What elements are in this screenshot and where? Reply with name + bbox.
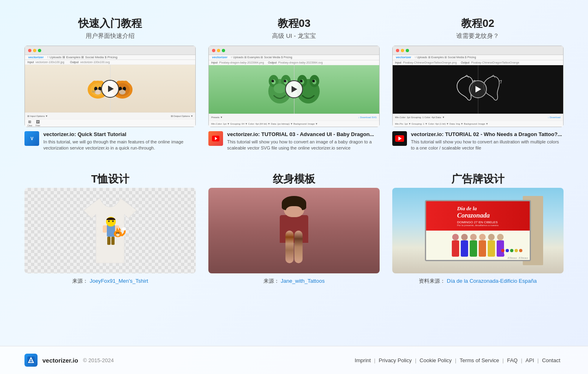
vect-nav-3: ↑ Uploads ⊞ Examples ⊞ Social Media $ Pr…: [414, 56, 476, 59]
figure-2: [461, 234, 468, 257]
footer-brand-area: vectorizer.io © 2015-2024: [24, 354, 114, 367]
woman-arms: [285, 231, 303, 263]
tutorial-2-thumbnail[interactable]: vectorizer ↑ Uploads ⊞ Examples ⊞ Social…: [208, 46, 380, 127]
example-1-title: T恤设计: [91, 172, 129, 186]
billboard-brands: JCDecaux · JCDecaux: [507, 257, 528, 259]
tutorial-1-video-desc: In this tutorial, we will go through the…: [43, 139, 196, 152]
tool-icon: ⊞: [28, 120, 31, 124]
dot-yellow-2: [217, 49, 220, 52]
fig-body-1: [452, 240, 459, 257]
tutorial-1-thumbnail[interactable]: vectorizer ↑ Uploads ⊞ Examples ⊞ Social…: [24, 46, 196, 127]
channel-icon-2: [208, 131, 223, 146]
footer-logo: [24, 354, 38, 367]
vect-header-3: vectorizer ↑ Uploads ⊞ Examples ⊞ Social…: [393, 55, 563, 60]
vect-controls-1: ⊞ Input Options ▼ ⊞ Output Options ▼: [25, 112, 195, 119]
vect-io-bar: Input vectorizer-100x100.jpg Output vect…: [25, 60, 195, 65]
tutorial-3-thumb-wrapper: vectorizer ↑ Uploads ⊞ Examples ⊞ Social…: [392, 46, 564, 152]
vect-ui-2: vectorizer ↑ Uploads ⊞ Examples ⊞ Social…: [209, 55, 379, 127]
footer-link-api[interactable]: API: [522, 357, 537, 363]
browser-inner-3: vectorizer ↑ Uploads ⊞ Examples ⊞ Social…: [393, 55, 563, 127]
example-1-source-link[interactable]: JoeyFox91_Men's_Tshirt: [90, 278, 148, 284]
tutorial-2-video-desc: This tutorial will show you how to conve…: [227, 139, 380, 152]
tutorial-1-title: 快速入门教程: [78, 16, 142, 31]
vect-controls-2: Presets ▼ ↓ Download SVG: [209, 114, 379, 121]
output-label: Output: [70, 61, 79, 64]
output-filename: vectorizer-100x100.svg: [80, 61, 110, 64]
browser-bar-2: [209, 46, 379, 55]
tool-icon-2: 🖼: [36, 120, 40, 124]
footer: vectorizer.io © 2015-2024 Imprint | Priv…: [0, 346, 588, 374]
dot-red-2: [212, 49, 215, 52]
example-3-source-label: 资料来源：: [419, 278, 445, 284]
svg-point-24: [284, 80, 286, 82]
dot-yellow-3: [401, 49, 404, 52]
tutorials-grid: 快速入门教程 用户界面快速介绍 vectorizer: [24, 16, 564, 152]
woman-container: [208, 188, 380, 273]
tutorial-2-meta: vectorizer.io: TUTORIAL 03 - Advanced UI…: [227, 131, 380, 152]
footer-link-faq[interactable]: FAQ: [504, 357, 521, 363]
output-filename-3: Pixabay-ChineseDragonTattooOrange: [471, 61, 519, 64]
dragon-canvas: [209, 65, 379, 114]
fig-head-6: [497, 234, 504, 240]
input-label: Input: [27, 61, 34, 64]
footer-links: Imprint | Privacy Policy | Cookie Policy…: [351, 357, 564, 363]
example-2-source-link[interactable]: Jane_with_Tattoos: [281, 278, 325, 284]
billboard-line3: DOMINGO 27 EN CIBELES: [457, 220, 498, 224]
vect-header-2: vectorizer ↑ Uploads ⊞ Examples ⊞ Social…: [209, 55, 379, 60]
example-1-source-label: 来源：: [72, 278, 88, 284]
status-3: Min.Pix: 1pt ▼ Grouping: 1 ▼ Color: 4pt …: [395, 123, 488, 125]
input-filename: vectorizer-100x100.jpg: [35, 61, 64, 64]
status-2: Min.Color: 1pt ▼ Grouping: 64 ▼ Color: 4…: [211, 123, 318, 125]
play-button-1[interactable]: [101, 80, 119, 98]
tool-item: ⊞ Clear: [27, 120, 32, 127]
fig-head-4: [479, 234, 486, 240]
play-button-3[interactable]: [469, 80, 487, 98]
billboard-line2: Corazonada: [457, 212, 498, 219]
footer-link-cookie[interactable]: Cookie Policy: [416, 357, 455, 363]
figure-5: [488, 234, 495, 257]
output-label-2: Output: [268, 61, 276, 64]
tutorial-card-3: 教程02 谁需要龙纹身？ vectorizer: [392, 16, 564, 152]
footer-link-tos[interactable]: Terms of Service: [456, 357, 502, 363]
svg-point-17: [119, 90, 126, 95]
confetti: [501, 249, 526, 257]
tutorial-3-thumbnail[interactable]: vectorizer ↑ Uploads ⊞ Examples ⊞ Social…: [392, 46, 564, 127]
billboard-bottom: [426, 231, 530, 260]
vect-header-nav: ↑ Uploads ⊞ Examples ⊞ Social Media $ Pr…: [47, 55, 117, 59]
footer-link-privacy[interactable]: Privacy Policy: [376, 357, 415, 363]
fig-body-3: [470, 240, 477, 257]
example-card-3: 广告牌设计 Día de la Corazonada DOMINGO: [392, 172, 564, 285]
tutorial-1-subtitle: 用户界面快速介绍: [86, 32, 135, 40]
vect-ui-1: vectorizer ↑ Uploads ⊞ Examples ⊞ Social…: [25, 55, 195, 127]
footer-link-imprint[interactable]: Imprint: [351, 357, 374, 363]
example-card-1: T恤设计: [24, 172, 196, 285]
browser-mock-1: vectorizer ↑ Uploads ⊞ Examples ⊞ Social…: [24, 46, 196, 127]
vect-io-bar-2: Input Pixabay-dragon-baby-2023984.png Ou…: [209, 60, 379, 65]
fig-head-3: [470, 234, 477, 240]
vect-statusbar-2: Min.Color: 1pt ▼ Grouping: 64 ▼ Color: 4…: [209, 121, 379, 127]
arm-right: [294, 231, 303, 263]
example-2-source-label: 来源：: [263, 278, 279, 284]
play-button-2[interactable]: [285, 80, 303, 98]
fig-head-1: [452, 234, 459, 240]
billboard-text: Día de la Corazonada DOMINGO 27 EN CIBEL…: [457, 205, 498, 227]
example-3-source-link[interactable]: Día de la Corazonada-Edificio España: [447, 278, 537, 284]
svg-point-25: [274, 84, 286, 93]
footer-logo-svg: [27, 356, 35, 364]
svg-point-51: [117, 232, 118, 233]
figures-row: [452, 234, 504, 257]
fig-body-5: [488, 240, 495, 257]
svg-point-52: [118, 232, 119, 233]
billboard-board: Día de la Corazonada DOMINGO 27 EN CIBEL…: [425, 200, 531, 261]
footer-link-contact[interactable]: Contact: [539, 357, 564, 363]
main-content: 快速入门教程 用户界面快速介绍 vectorizer: [0, 0, 588, 346]
yt-icon-3: [395, 135, 404, 142]
svg-point-32: [312, 80, 315, 82]
billboard-line1: Día de la: [457, 205, 498, 212]
tiger-canvas: [25, 65, 195, 112]
svg-point-31: [300, 80, 303, 82]
footer-brand-name: vectorizer.io: [42, 357, 78, 364]
example-2-source: 来源： Jane_with_Tattoos: [263, 277, 325, 285]
channel-icon-1: V: [24, 131, 39, 146]
example-2-title: 纹身模板: [273, 172, 315, 186]
